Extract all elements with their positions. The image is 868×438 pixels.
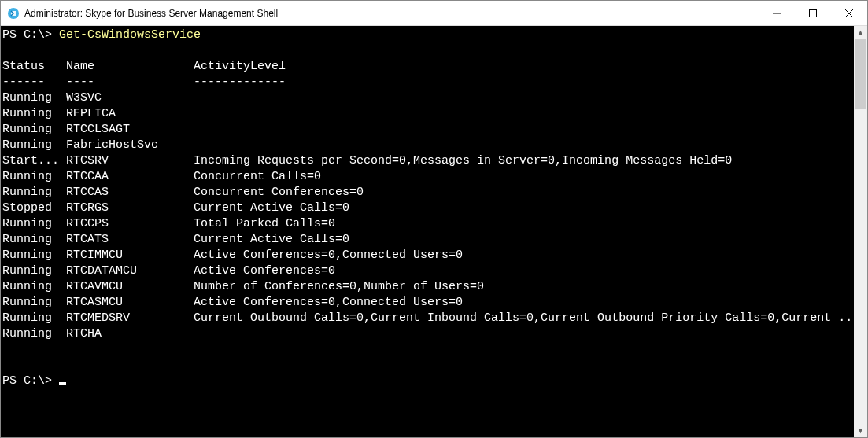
console-output[interactable]: PS C:\> Get-CsWindowsService Status Name… <box>1 26 854 437</box>
prompt: PS C:\> <box>2 28 59 42</box>
window-title: Administrator: Skype for Business Server… <box>24 8 759 19</box>
scroll-up-arrow[interactable]: ▲ <box>854 26 867 39</box>
cursor <box>59 382 66 385</box>
powershell-window: Administrator: Skype for Business Server… <box>0 0 868 438</box>
maximize-button[interactable] <box>795 1 831 25</box>
scrollbar-thumb[interactable] <box>855 39 866 109</box>
typed-command: Get-CsWindowsService <box>59 28 201 42</box>
svg-rect-1 <box>810 9 817 17</box>
app-icon <box>7 7 20 20</box>
minimize-button[interactable] <box>759 1 795 25</box>
console-area-wrap: PS C:\> Get-CsWindowsService Status Name… <box>1 26 867 437</box>
scroll-down-arrow[interactable]: ▼ <box>854 425 867 437</box>
scrollbar-track[interactable]: ▲ ▼ <box>854 26 867 437</box>
window-controls <box>759 1 867 25</box>
titlebar[interactable]: Administrator: Skype for Business Server… <box>1 1 867 26</box>
close-button[interactable] <box>831 1 867 25</box>
prompt: PS C:\> <box>2 374 59 388</box>
